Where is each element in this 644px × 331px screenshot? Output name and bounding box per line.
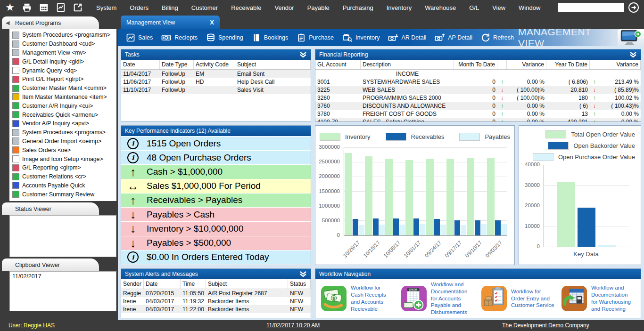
program-item[interactable]: Print G/L Report <glrpt>	[11, 75, 116, 84]
column-header[interactable]: Subject	[235, 60, 311, 69]
menu-item[interactable]: Receivable	[224, 4, 268, 11]
program-item[interactable]: Customer A/R Inquiry <cui>	[11, 101, 116, 110]
program-item[interactable]: Accounts Payable Quick	[11, 181, 116, 190]
menu-item[interactable]: Billing	[155, 4, 185, 11]
table-row[interactable]: 11/06/2017 FollowUp HD Help Desk Call	[121, 78, 311, 86]
menu-item[interactable]: G/L	[462, 4, 486, 11]
collapse-sidebar-icon[interactable]: ◀	[6, 20, 9, 26]
toolbar-button[interactable]: Spending	[202, 33, 248, 42]
program-item[interactable]: System Procedures <programs>	[11, 128, 116, 137]
workflow-item[interactable]: Workflow and Documentation for Warehousi…	[561, 284, 635, 313]
program-item[interactable]: Item Master Maintenance <item>	[11, 93, 116, 102]
kpi-item[interactable]: ↑ Receivables > Payables	[121, 194, 311, 207]
workflow-item[interactable]: Workflow for Order Entry and Customer Se…	[481, 286, 555, 311]
menu-item[interactable]: Vendor	[268, 4, 300, 11]
column-header[interactable]: Sender	[121, 279, 144, 289]
program-item[interactable]: Image and Icon Setup <image>	[11, 154, 116, 163]
toolbar-button[interactable]: AR Detail	[384, 33, 430, 42]
program-item[interactable]: General Order Import <oeimp>	[11, 137, 116, 146]
column-header[interactable]: Variance	[507, 60, 546, 69]
menu-item[interactable]: Payable	[301, 4, 336, 11]
tab-recent-programs[interactable]: ◀ Recent Programs	[2, 16, 99, 29]
toolbar-button[interactable]: Bookings	[248, 33, 292, 42]
table-row[interactable]: 11/04/2017 FollowUp EM Email Sent	[121, 70, 311, 78]
program-item[interactable]: System Procedures <programsm>	[11, 31, 116, 40]
status-user-link[interactable]: User: Reggie HAS	[8, 322, 55, 329]
go-button[interactable]	[628, 2, 639, 13]
menu-item[interactable]: Orders	[123, 4, 155, 11]
program-item[interactable]: Sales Orders <oe>	[11, 145, 116, 154]
kpi-item[interactable]: ↓ Inventory > $10,000,000	[121, 222, 311, 235]
column-header[interactable]: Activity Code	[194, 60, 235, 69]
collapse-panel-icon[interactable]	[299, 271, 307, 277]
column-header[interactable]: Date Type	[160, 60, 194, 69]
toolbar-button[interactable]: AP Detail	[430, 33, 477, 42]
program-item[interactable]: G/L Detail Inquiry <gldi>	[11, 57, 116, 66]
menu-item[interactable]: System	[90, 4, 123, 11]
status-company-link[interactable]: The Development Demo Company	[502, 322, 589, 329]
menu-item[interactable]: View	[486, 4, 512, 11]
column-header[interactable]: Variance	[599, 60, 641, 69]
table-row[interactable]: Reggie 07/20/2015 11:05:50 A/R Post Regi…	[121, 289, 311, 297]
program-item[interactable]: Customer Dashboard <cud>	[11, 40, 116, 48]
collapse-panel-icon[interactable]	[629, 52, 637, 58]
kpi-item[interactable]: i 1515 Open Orders	[121, 137, 311, 150]
kpi-item[interactable]: i 48 Open Purchase Orders	[121, 151, 311, 164]
toolbar-button[interactable]: Reciepts	[157, 33, 202, 42]
menu-item[interactable]: Purchasing	[336, 4, 380, 11]
kpi-item[interactable]: ↓ Payables > Cash	[121, 208, 311, 221]
report-icon[interactable]	[55, 1, 67, 14]
tab-management-view[interactable]: Management View X	[121, 16, 220, 29]
column-header[interactable]	[590, 60, 599, 69]
column-header[interactable]: Description	[361, 60, 454, 69]
export-icon[interactable]	[72, 1, 84, 14]
program-item[interactable]: Customer Master Maint <cumm>	[11, 84, 116, 93]
workflow-item[interactable]: $ Workflow for Cash Receipts and Account…	[321, 284, 395, 313]
column-header[interactable]: Month To Date	[454, 60, 497, 69]
toolbar-button[interactable]: Refresh	[477, 33, 518, 42]
kpi-item[interactable]: ↔ Sales $1,000,000 For Period	[121, 179, 311, 193]
table-row[interactable]: 4100-70 SALES - Safety Clothing 0 ↑ 0.00…	[315, 118, 641, 122]
table-row[interactable]: 3260 PROGRAMMIMG SALES 2000 0 ↓ ( 100.00…	[315, 94, 641, 102]
toolbar-button[interactable]: Inventory	[338, 33, 384, 42]
table-row[interactable]: 3780 FREIGHT COST OF GOODS 0 ↑ 0.00 % 13…	[315, 110, 641, 118]
column-header[interactable]: Year To Date	[546, 60, 590, 69]
menu-item[interactable]: Warehouse	[418, 4, 462, 11]
calendar-icon[interactable]	[38, 1, 50, 14]
table-row[interactable]: 3001 SYSTEM/HARDWARE SALES 0 ↑ 0.00 % ( …	[315, 78, 641, 86]
table-row[interactable]: Irene 04/03/2017 11:19:32 Backorder Item…	[121, 297, 311, 305]
table-row[interactable]: 11/10/2017 FollowUp Sales Visit	[121, 86, 311, 94]
column-header[interactable]: Date	[121, 60, 160, 69]
program-item[interactable]: Dynamic Query <dq>	[11, 66, 116, 75]
program-item[interactable]: Customer Summary Review	[11, 190, 116, 199]
column-header[interactable]: Date	[144, 279, 181, 289]
program-item[interactable]: Management View <mv>	[11, 48, 116, 57]
workflow-item[interactable]: CREDIT Workflow and Documentation for Ac…	[401, 281, 475, 316]
column-header[interactable]	[497, 60, 507, 69]
launch-monitor-icon[interactable]	[618, 29, 644, 46]
column-header[interactable]: Subject	[206, 279, 288, 289]
close-tab-icon[interactable]: X	[210, 19, 214, 26]
kpi-item[interactable]: ↓ Payables > $500,000	[121, 236, 311, 250]
print-icon[interactable]	[21, 1, 33, 14]
favorites-icon[interactable]: ★	[4, 1, 16, 14]
toolbar-button[interactable]: Purchase	[292, 33, 338, 42]
table-row[interactable]: 3225 WEB SALES 0 ↓ ( 100.00)% 20.810 ↓ (…	[315, 86, 641, 94]
program-item[interactable]: G/L Reporting <glrpm>	[11, 163, 116, 172]
menu-item[interactable]: Customer	[185, 4, 224, 11]
kpi-item[interactable]: i $0.00 In Orders Entered Today	[121, 250, 311, 264]
program-item[interactable]: Receivables Quick <armenu>	[11, 110, 116, 119]
kpi-item[interactable]: ↑ Cash > $1,000,000	[121, 165, 311, 178]
column-header[interactable]: Status	[288, 279, 311, 289]
menu-item[interactable]: Window	[512, 4, 547, 11]
program-item[interactable]: Customer Relations <cr>	[11, 172, 116, 181]
table-row[interactable]: 3760 DISCOUNTS AND ALLOWANCE 0 ↑ 0.00 % …	[315, 102, 641, 110]
column-header[interactable]: Time	[181, 279, 206, 289]
toolbar-button[interactable]: Sales	[122, 33, 157, 42]
search-input[interactable]	[558, 3, 624, 12]
column-header[interactable]: GL Account	[315, 60, 361, 69]
clipboard-viewer-box[interactable]: 11/02/2017	[9, 271, 116, 311]
program-item[interactable]: Vendor A/P Inquiry <apvi>	[11, 119, 116, 128]
collapse-panel-icon[interactable]	[299, 52, 307, 58]
table-row[interactable]: Irene 04/03/2017 11:22:00 Backorder Item…	[121, 305, 311, 313]
